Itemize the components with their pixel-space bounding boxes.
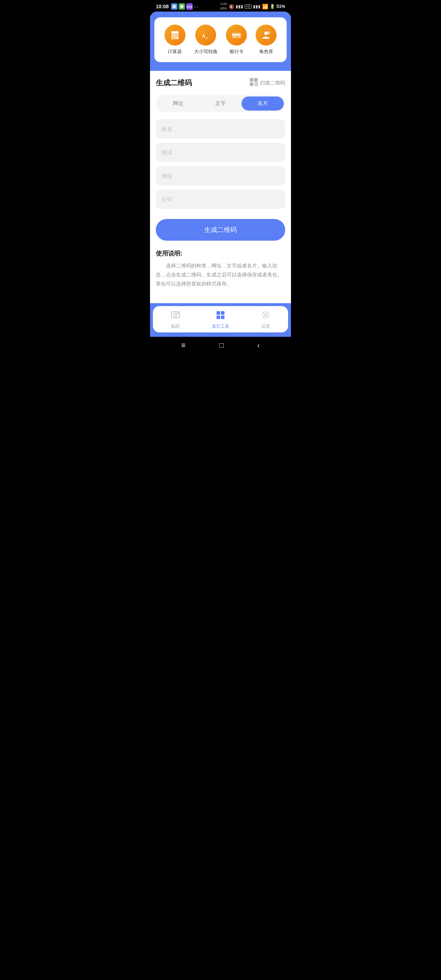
address-input[interactable] bbox=[156, 166, 285, 185]
svg-point-35 bbox=[177, 312, 178, 313]
phone-frame: 10:08 Soul ··· 0.09KB/s 🔇 ▮▮▮ HD ▮▮▮ 📶 🔋 bbox=[150, 0, 291, 355]
generate-qr-button[interactable]: 生成二维码 bbox=[156, 219, 285, 241]
nav-settings[interactable]: 设置 bbox=[243, 310, 288, 329]
tool-bank-card[interactable]: 银行卡 bbox=[226, 25, 247, 55]
case-convert-icon: A a bbox=[195, 25, 216, 46]
bank-card-icon bbox=[226, 25, 247, 46]
signal-icon-2: ▮▮▮ bbox=[253, 4, 261, 9]
status-time: 10:08 bbox=[156, 3, 169, 10]
top-blue-section: 计算器 A a 大小写转换 bbox=[150, 11, 291, 71]
mute-icon: 🔇 bbox=[228, 4, 234, 10]
svg-rect-3 bbox=[172, 32, 178, 33]
svg-rect-25 bbox=[255, 79, 256, 81]
svg-rect-7 bbox=[172, 37, 174, 38]
menu-button[interactable]: ≡ bbox=[181, 341, 186, 350]
svg-point-40 bbox=[264, 313, 267, 317]
phone-bottom-bar: ≡ □ ‹ bbox=[150, 337, 291, 355]
main-content: 计算器 A a 大小写转换 bbox=[150, 11, 291, 337]
soul-icon: Soul bbox=[186, 3, 193, 10]
case-convert-label: 大小写转换 bbox=[194, 48, 218, 55]
bank-card-label: 银行卡 bbox=[229, 48, 244, 55]
svg-rect-37 bbox=[221, 311, 224, 315]
status-dots: ··· bbox=[194, 3, 199, 10]
back-button[interactable]: ‹ bbox=[257, 341, 260, 350]
tools-label: 其它工具 bbox=[212, 323, 229, 329]
calculator-label: 计算器 bbox=[168, 48, 182, 55]
battery-percent: 51% bbox=[277, 4, 285, 9]
svg-rect-11 bbox=[174, 38, 176, 39]
wifi-icon: 📶 bbox=[262, 3, 268, 10]
instructions-text: 选择二维码的种类，网址，文字或者名片。输入信息，点击生成二维码，生成之后可以选择… bbox=[156, 261, 285, 289]
role-library-icon: + bbox=[256, 25, 277, 46]
screenshot-label: 截图 bbox=[171, 323, 180, 329]
company-input[interactable] bbox=[156, 190, 285, 209]
tools-icon bbox=[216, 310, 225, 322]
signal-icon: ▮▮▮ bbox=[236, 4, 243, 9]
svg-rect-8 bbox=[174, 37, 176, 38]
phone-input[interactable] bbox=[156, 143, 285, 162]
scan-qr-icon bbox=[250, 78, 258, 88]
svg-text:A: A bbox=[202, 33, 206, 39]
svg-rect-36 bbox=[217, 311, 220, 315]
svg-rect-17 bbox=[239, 37, 241, 37]
home-button[interactable]: □ bbox=[219, 341, 223, 350]
svg-rect-6 bbox=[177, 35, 178, 36]
tab-text[interactable]: 文字 bbox=[199, 97, 242, 111]
qr-header: 生成二维码 bbox=[156, 78, 285, 88]
svg-rect-39 bbox=[221, 315, 224, 319]
nav-tools[interactable]: 其它工具 bbox=[198, 310, 243, 329]
tool-case-convert[interactable]: A a 大小写转换 bbox=[194, 25, 218, 55]
battery-icon: 🔋 bbox=[270, 4, 275, 9]
svg-rect-16 bbox=[233, 37, 236, 37]
svg-rect-10 bbox=[172, 38, 174, 39]
app-icon-blue bbox=[171, 3, 177, 10]
svg-rect-38 bbox=[217, 315, 220, 319]
tab-card[interactable]: 名片 bbox=[242, 97, 284, 111]
role-library-label: 角色库 bbox=[259, 48, 273, 55]
svg-rect-5 bbox=[174, 35, 176, 36]
svg-rect-15 bbox=[232, 34, 241, 35]
screenshot-icon bbox=[170, 310, 180, 322]
tools-card: 计算器 A a 大小写转换 bbox=[154, 18, 287, 62]
scan-button[interactable]: 扫描二维码 bbox=[250, 78, 285, 88]
status-app-icons: Soul ··· bbox=[171, 3, 199, 10]
name-input[interactable] bbox=[156, 119, 285, 138]
app-icon-green bbox=[178, 3, 185, 10]
tab-selector: 网址 文字 名片 bbox=[156, 95, 285, 112]
scan-label: 扫描二维码 bbox=[260, 80, 285, 86]
tool-calculator[interactable]: 计算器 bbox=[164, 25, 185, 55]
status-right: 0.09KB/s 🔇 ▮▮▮ HD ▮▮▮ 📶 🔋 51% bbox=[220, 2, 285, 11]
svg-rect-9 bbox=[177, 37, 178, 39]
settings-label: 设置 bbox=[261, 323, 270, 329]
tool-role-library[interactable]: + 角色库 bbox=[256, 25, 277, 55]
qr-title: 生成二维码 bbox=[156, 78, 192, 88]
nav-screenshot[interactable]: 截图 bbox=[153, 310, 198, 329]
svg-point-0 bbox=[172, 5, 176, 8]
bottom-nav-card: 截图 其它工具 bbox=[153, 306, 288, 332]
svg-rect-4 bbox=[172, 35, 174, 36]
content-section: 生成二维码 bbox=[150, 71, 291, 303]
network-speed: 0.09KB/s bbox=[220, 2, 227, 11]
calculator-icon bbox=[164, 25, 185, 46]
svg-rect-26 bbox=[251, 83, 252, 85]
status-left: 10:08 Soul ··· bbox=[156, 3, 199, 10]
bottom-nav: 截图 其它工具 bbox=[150, 303, 291, 337]
settings-icon bbox=[261, 310, 271, 322]
svg-point-1 bbox=[180, 5, 184, 8]
svg-point-34 bbox=[174, 313, 177, 316]
svg-text:a: a bbox=[206, 35, 207, 40]
svg-rect-24 bbox=[251, 79, 252, 81]
status-bar: 10:08 Soul ··· 0.09KB/s 🔇 ▮▮▮ HD ▮▮▮ 📶 🔋 bbox=[150, 0, 291, 11]
instructions-title: 使用说明: bbox=[156, 249, 285, 258]
svg-text:+: + bbox=[267, 32, 269, 35]
tab-url[interactable]: 网址 bbox=[157, 97, 199, 111]
hd-badge: HD bbox=[245, 4, 252, 9]
instructions-section: 使用说明: 选择二维码的种类，网址，文字或者名片。输入信息，点击生成二维码，生成… bbox=[156, 249, 285, 289]
